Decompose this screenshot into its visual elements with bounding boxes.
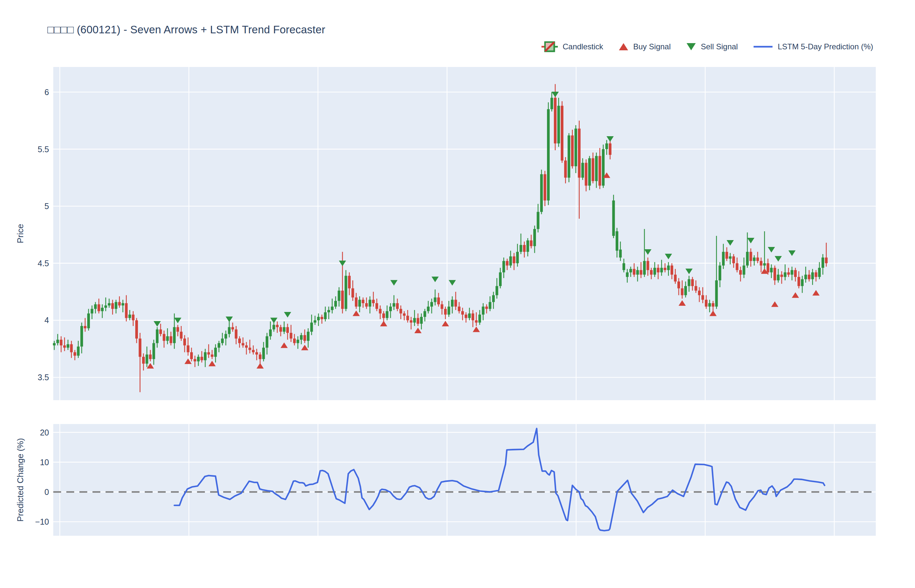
candle-body: [266, 336, 268, 347]
candle-body: [399, 309, 402, 313]
candle-body: [767, 263, 769, 273]
candle-body: [595, 156, 598, 181]
candle-body: [125, 303, 128, 318]
candle-body: [557, 106, 560, 144]
candle-body: [742, 266, 745, 275]
candle-body: [108, 303, 110, 305]
candle-body: [691, 279, 694, 286]
candle-body: [231, 327, 234, 329]
candle-body: [513, 257, 515, 263]
candle-body: [787, 273, 790, 275]
y-tick-label: 5.5: [37, 145, 49, 154]
legend-label-sell: Sell Signal: [701, 42, 738, 51]
legend-item-candlestick[interactable]: Candlestick: [541, 40, 603, 53]
candle-body: [722, 252, 724, 266]
candle-body: [317, 317, 320, 320]
candle-body: [70, 344, 73, 352]
candle-body: [173, 327, 176, 343]
candle-body: [379, 309, 382, 313]
candle-body: [211, 354, 213, 357]
candle-body: [612, 200, 615, 236]
candle-body: [451, 300, 454, 307]
candle-body: [320, 317, 323, 319]
y-tick-label: −10: [35, 517, 49, 526]
legend-label-lstm: LSTM 5-Day Prediction (%): [778, 42, 873, 51]
candle-body: [674, 275, 676, 281]
candle-body: [804, 275, 807, 279]
price-axis-title: Price: [15, 224, 26, 243]
candle-body: [417, 318, 419, 323]
candle-body: [791, 270, 793, 275]
y-tick-label: 6: [44, 87, 49, 97]
candle-body: [794, 270, 797, 277]
candle-body: [598, 156, 601, 186]
candle-body: [694, 286, 697, 291]
candle-body: [633, 269, 635, 275]
candle-body: [128, 315, 131, 318]
candle-body: [53, 343, 55, 345]
candle-body: [324, 312, 327, 319]
candle-body: [358, 300, 361, 307]
candle-body: [698, 291, 701, 295]
candle-body: [149, 354, 152, 359]
candle-body: [77, 347, 79, 356]
candle-body: [214, 347, 217, 357]
candle-body: [348, 276, 351, 288]
candle-body: [581, 163, 584, 178]
candle-body: [712, 303, 715, 307]
candle-body: [705, 300, 708, 307]
candle-body: [430, 302, 433, 307]
candle-body: [753, 257, 755, 261]
candle-body: [156, 329, 158, 343]
candle-body: [389, 307, 392, 311]
candle-body: [424, 311, 426, 317]
buy-signal-icon: [618, 42, 629, 51]
candle-body: [746, 252, 748, 266]
candle-body: [218, 343, 220, 347]
candle-body: [605, 144, 608, 149]
candle-body: [207, 352, 210, 354]
candle-body: [234, 329, 237, 338]
candle-body: [81, 326, 83, 347]
candle-body: [369, 300, 371, 307]
candle-body: [393, 303, 395, 307]
charts-canvas: 3.544.555.56−1001020: [0, 0, 915, 588]
candle-body: [386, 311, 388, 318]
candle-body: [413, 318, 415, 322]
candle-body: [183, 338, 186, 345]
candle-body: [780, 275, 783, 277]
candle-body: [719, 266, 721, 280]
price-plot-area[interactable]: [53, 67, 876, 400]
candle-body: [561, 106, 563, 161]
candle-body: [825, 257, 828, 263]
candle-body: [132, 315, 134, 320]
candle-body: [547, 109, 550, 200]
candle-body: [101, 308, 103, 311]
prediction-plot-area[interactable]: [53, 424, 876, 536]
candle-body: [801, 279, 803, 286]
candle-body: [509, 257, 512, 266]
candle-body: [331, 307, 333, 310]
candle-body: [60, 340, 62, 345]
candle-body: [732, 257, 735, 263]
candle-body: [488, 302, 491, 309]
candle-body: [245, 345, 248, 347]
candle-body: [338, 291, 340, 301]
candle-body: [530, 241, 532, 246]
legend-item-buy[interactable]: Buy Signal: [618, 42, 671, 51]
legend-item-lstm[interactable]: LSTM 5-Day Prediction (%): [753, 42, 873, 51]
candle-body: [375, 303, 378, 309]
candle-body: [204, 352, 207, 360]
candle-body: [797, 277, 800, 286]
candle-body: [310, 322, 313, 331]
candle-body: [67, 344, 69, 347]
candle-body: [653, 268, 656, 275]
y-tick-label: 5: [44, 202, 49, 211]
candle-body: [760, 261, 762, 266]
candle-body: [629, 269, 632, 272]
candle-body: [564, 160, 567, 178]
candle-body: [273, 325, 275, 329]
legend-item-sell[interactable]: Sell Signal: [686, 42, 738, 51]
candle-body: [406, 316, 409, 320]
chart-title: □□□□ (600121) - Seven Arrows + LSTM Tren…: [47, 24, 325, 36]
